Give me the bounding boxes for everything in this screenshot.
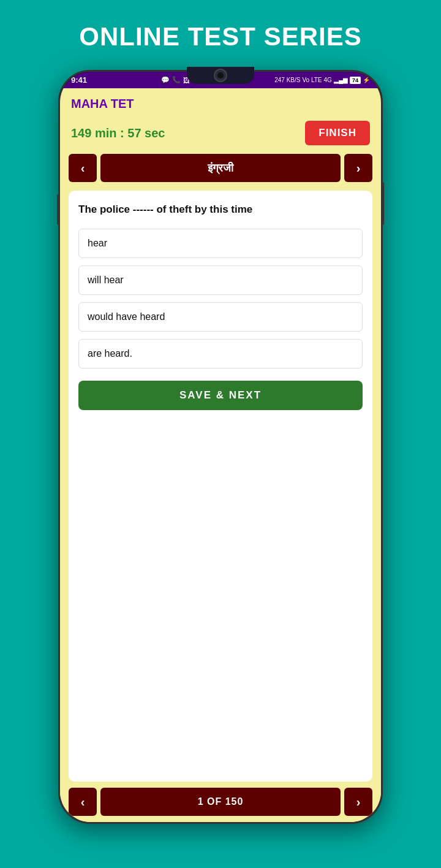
phone-screen: 9:41 💬 📞 🖼 🔵 247 KB/S Vo LTE 4G ▂▄▆ 74 ⚡… <box>60 72 381 822</box>
status-time: 9:41 <box>71 75 87 85</box>
option-b[interactable]: will hear <box>78 265 363 295</box>
app-header: MAHA TET <box>60 88 381 116</box>
phone-shell: 9:41 💬 📞 🖼 🔵 247 KB/S Vo LTE 4G ▂▄▆ 74 ⚡… <box>58 70 383 824</box>
data-speed: 247 KB/S <box>274 77 300 83</box>
subject-nav-row: ‹ इंग्रजी › <box>60 154 381 191</box>
question-card: The police ------ of theft by this time … <box>69 191 372 782</box>
camera-lens-inner <box>217 72 224 78</box>
subject-label: इंग्रजी <box>100 154 341 182</box>
page-title: ONLINE TEST SERIES <box>79 22 361 51</box>
camera-bump <box>187 67 254 84</box>
side-button-right <box>381 182 384 225</box>
save-next-button[interactable]: SAVE & NEXT <box>78 381 363 410</box>
question-text: The police ------ of theft by this time <box>78 202 363 218</box>
option-a[interactable]: hear <box>78 229 363 258</box>
option-c[interactable]: would have heard <box>78 302 363 332</box>
question-counter: 1 OF 150 <box>100 788 341 816</box>
volte-icon: Vo LTE <box>302 77 322 83</box>
bottom-nav: ‹ 1 OF 150 › <box>60 782 381 822</box>
status-right: 247 KB/S Vo LTE 4G ▂▄▆ 74 ⚡ <box>274 77 370 84</box>
whatsapp-icon: 💬 <box>161 76 170 84</box>
option-d-text: are heard. <box>88 348 132 359</box>
prev-question-button[interactable]: ‹ <box>69 788 97 816</box>
option-d[interactable]: are heard. <box>78 339 363 368</box>
option-b-text: will hear <box>88 275 124 285</box>
app-name: MAHA TET <box>71 97 370 111</box>
option-a-text: hear <box>88 238 107 248</box>
side-button-left <box>57 194 60 225</box>
option-c-text: would have heard <box>88 311 165 322</box>
finish-button[interactable]: FINISH <box>305 121 370 145</box>
signal-icon: ▂▄▆ <box>334 77 348 83</box>
battery-indicator: 74 <box>350 77 361 84</box>
next-subject-button[interactable]: › <box>344 154 372 182</box>
phone-icon: 📞 <box>172 76 181 84</box>
next-question-button[interactable]: › <box>344 788 372 816</box>
camera-lens <box>214 69 227 82</box>
timer-row: 149 min : 57 sec FINISH <box>60 116 381 154</box>
app-content: MAHA TET 149 min : 57 sec FINISH ‹ इंग्र… <box>60 88 381 822</box>
network-icon: 4G <box>324 77 332 83</box>
charging-icon: ⚡ <box>363 77 370 83</box>
prev-subject-button[interactable]: ‹ <box>69 154 97 182</box>
timer-display: 149 min : 57 sec <box>71 126 165 140</box>
